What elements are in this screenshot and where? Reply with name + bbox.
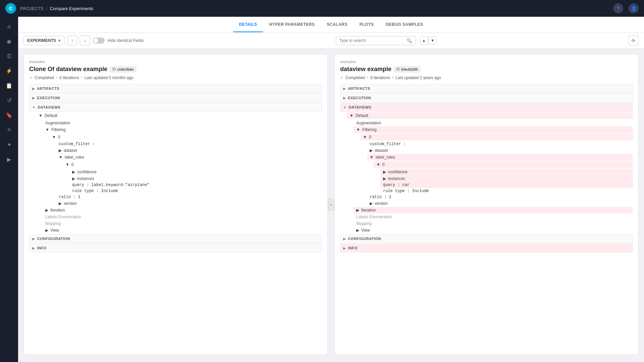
right-iteration-label: Iteration	[361, 208, 376, 213]
left-lr-0-row[interactable]: ▼ 0	[63, 161, 322, 168]
left-instances-label: instances	[77, 176, 94, 181]
left-artifacts-header[interactable]: ▶ ARTIFACTS	[29, 84, 322, 93]
right-query: query : car	[380, 182, 633, 188]
right-default-row[interactable]: ▼ Default	[347, 112, 633, 119]
panel-divider[interactable]: «	[328, 54, 334, 355]
left-label-rules-row[interactable]: ▼ label_rules	[56, 154, 322, 161]
right-view-row[interactable]: ▶ View	[354, 227, 633, 234]
right-default-arrow: ▼	[350, 113, 354, 118]
sidebar-experiments[interactable]: ◉	[3, 35, 15, 48]
right-confidence-arrow: ▶	[383, 170, 386, 174]
right-confidence-row[interactable]: ▶ confidence	[380, 169, 633, 175]
left-view-arrow: ▶	[45, 228, 48, 233]
right-version-label: version	[375, 201, 388, 206]
sidebar-datasets[interactable]: ☰	[3, 50, 15, 62]
left-lr-0-child: ▶ confidence ▶ instances query : labe	[63, 169, 322, 194]
right-filter-0-row[interactable]: ▼ 0	[360, 134, 633, 140]
right-info-header[interactable]: ▶ INFO	[340, 244, 633, 252]
right-custom-filter: custom_filter :	[367, 141, 633, 147]
right-execution-header[interactable]: ▶ EXECUTION	[340, 94, 633, 102]
right-lr-0-row[interactable]: ▼ 0	[374, 161, 633, 168]
sidebar-home[interactable]: ⌂	[3, 20, 15, 33]
sidebar-models[interactable]: 🔖	[3, 109, 15, 121]
app-logo: C	[5, 3, 16, 14]
divider-button[interactable]: «	[328, 198, 334, 210]
experiments-button[interactable]: EXPERIMENTS +	[23, 36, 64, 45]
comparison-area: examples Clone Of dataview example ID cb…	[18, 49, 644, 360]
left-dataset-row[interactable]: ▶ dataset	[56, 147, 322, 154]
user-avatar[interactable]: 👤	[629, 3, 639, 13]
right-status-line: ✓ Completed • 0 iterations • Last update…	[340, 75, 633, 80]
left-info-arrow: ▶	[32, 246, 35, 250]
right-artifacts-arrow: ▶	[343, 87, 346, 90]
left-execution-header[interactable]: ▶ EXECUTION	[29, 94, 322, 102]
sort-up-button[interactable]: ↑	[67, 36, 77, 46]
left-filtering-row[interactable]: ▼ Filtering	[43, 126, 322, 133]
tab-debug-samples[interactable]: DEBUG SAMPLES	[380, 17, 429, 32]
right-dataset-row[interactable]: ▶ dataset	[367, 147, 633, 154]
left-lr-0-arrow: ▼	[65, 162, 69, 167]
right-augmentation-row[interactable]: Augmentation	[354, 120, 633, 126]
right-label-rules-label: label_rules	[376, 155, 395, 160]
left-last-updated: Last updated 5 months ago	[85, 75, 133, 80]
right-info-section: ▶ INFO	[340, 244, 633, 252]
right-configuration-header[interactable]: ▶ CONFIGURATION	[340, 234, 633, 243]
search-button[interactable]: 🔍	[403, 37, 416, 45]
left-panel-title: Clone Of dataview example ID cb9c0b6e	[29, 66, 322, 73]
right-iteration-row[interactable]: ▶ Iteration	[354, 207, 633, 214]
sidebar: ⌂ ◉ ☰ ⚡ 📋 ↺ 🔖 ≡ ✦ ▶	[0, 17, 18, 362]
left-version-row[interactable]: ▶ version	[56, 200, 322, 207]
right-dataviews-header[interactable]: ▼ DATAVIEWS	[340, 103, 633, 112]
sidebar-settings[interactable]: ✦	[3, 138, 15, 151]
left-confidence-arrow: ▶	[72, 170, 75, 174]
right-label-rules-row[interactable]: ▼ label_rules	[367, 154, 633, 161]
sidebar-pipelines[interactable]: ⚡	[3, 64, 15, 77]
sidebar-deploy[interactable]: ▶	[3, 153, 15, 166]
tab-details[interactable]: DETAILS	[233, 17, 263, 32]
breadcrumb-current: Compare Experiments	[50, 6, 93, 11]
right-filtering-row[interactable]: ▼ Filtering	[354, 126, 633, 133]
right-filtering-arrow: ▼	[356, 127, 360, 132]
sidebar-reports[interactable]: 📋	[3, 79, 15, 92]
right-version-row[interactable]: ▶ version	[367, 200, 633, 207]
left-dataviews-header[interactable]: ▼ DATAVIEWS	[29, 103, 322, 112]
nav-down-button[interactable]: ▼	[429, 37, 437, 45]
tab-scalars[interactable]: SCALARS	[321, 17, 354, 32]
left-configuration-header[interactable]: ▶ CONFIGURATION	[29, 234, 322, 243]
right-check-icon: ✓	[340, 75, 343, 80]
right-execution-label: EXECUTION	[348, 96, 371, 100]
right-id-icon-label: ID	[396, 67, 400, 71]
left-dataviews-label: DATAVIEWS	[38, 105, 60, 109]
right-id-value: 64ed5280	[401, 67, 418, 71]
tab-hyper-parameters[interactable]: HYPER PARAMETERS	[263, 17, 321, 32]
refresh-button[interactable]: ⟳	[629, 36, 639, 46]
sidebar-tasks[interactable]: ≡	[3, 123, 15, 136]
left-filter-0-row[interactable]: ▼ 0	[49, 134, 322, 140]
left-default-label: Default	[45, 113, 57, 118]
left-iteration-row[interactable]: ▶ Iteration	[43, 207, 322, 214]
right-artifacts-header[interactable]: ▶ ARTIFACTS	[340, 84, 633, 93]
experiments-label: EXPERIMENTS	[27, 38, 56, 43]
breadcrumb: PROJECTS / Compare Experiments	[20, 6, 93, 11]
breadcrumb-base[interactable]: PROJECTS	[20, 6, 43, 11]
left-instances-row[interactable]: ▶ instances	[69, 175, 322, 182]
left-confidence-row[interactable]: ▶ confidence	[69, 169, 322, 175]
right-dataviews-arrow: ▼	[343, 106, 346, 109]
left-default-row[interactable]: ▼ Default	[36, 112, 322, 119]
left-info-header[interactable]: ▶ INFO	[29, 244, 322, 252]
nav-up-button[interactable]: ▲	[420, 37, 428, 45]
right-instances-row[interactable]: ▶ instances	[380, 175, 633, 182]
search-input[interactable]	[336, 37, 403, 45]
left-execution-section: ▶ EXECUTION	[29, 94, 322, 102]
left-view-row[interactable]: ▶ View	[43, 227, 322, 234]
right-mapping: Mapping	[354, 220, 633, 227]
sidebar-history[interactable]: ↺	[3, 94, 15, 107]
tab-plots[interactable]: PLOTS	[354, 17, 380, 32]
sort-down-button[interactable]: ↓	[80, 36, 90, 46]
left-lr-0-label: 0	[71, 162, 74, 167]
hide-identical-toggle[interactable]	[93, 38, 105, 44]
left-augmentation-row[interactable]: Augmentation	[43, 120, 322, 126]
right-rule-type: rule type : Include	[380, 188, 633, 194]
left-title-text: Clone Of dataview example	[29, 66, 107, 73]
help-icon[interactable]: ?	[613, 3, 623, 13]
